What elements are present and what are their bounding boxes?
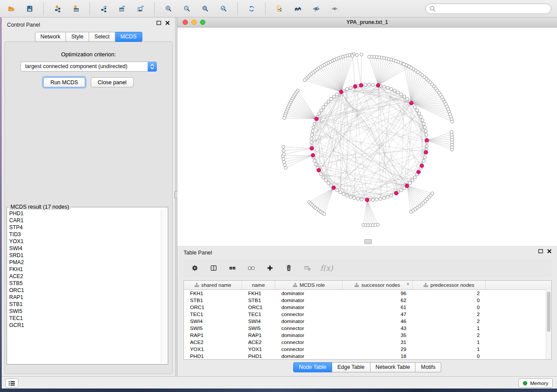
export-network-icon	[100, 3, 107, 14]
tab-style[interactable]: Style	[66, 32, 89, 42]
mcds-result-node[interactable]: STP4	[9, 224, 160, 231]
plus-icon	[266, 263, 273, 273]
search-box[interactable]	[426, 3, 551, 14]
table-row[interactable]: FKH1FKH1dominator962	[184, 290, 551, 297]
select-all-button[interactable]	[226, 262, 239, 274]
tab-network[interactable]: Network	[35, 32, 66, 42]
tab-network-table[interactable]: Network Table	[370, 362, 416, 372]
mcds-result-node[interactable]: PHD1	[9, 210, 160, 217]
tab-motifs[interactable]: Motifs	[415, 362, 441, 372]
import-table-icon	[73, 3, 80, 14]
zoom-out-icon	[183, 3, 190, 14]
float-panel-icon[interactable]	[538, 249, 543, 254]
toolbar-separator	[90, 3, 90, 15]
horizontal-splitter-grip[interactable]	[364, 239, 372, 244]
export-network-button[interactable]	[98, 3, 110, 15]
deselect-all-button[interactable]	[245, 262, 257, 274]
delete-columns-button[interactable]	[283, 262, 295, 274]
column-header-shared-name[interactable]: shared name	[184, 281, 242, 289]
memory-status-icon	[523, 381, 527, 385]
tab-mcds[interactable]: MCDS	[115, 32, 142, 42]
tab-node-table[interactable]: Node Table	[293, 362, 332, 372]
new-network-document-icon	[276, 3, 283, 14]
table-row[interactable]: PHD1PHD1dominator180	[184, 353, 551, 360]
network-canvas[interactable]	[177, 28, 557, 246]
mcds-result-node[interactable]: FKH1	[9, 266, 160, 273]
mcds-result-node[interactable]: RAP1	[9, 294, 160, 301]
fit-selected-button[interactable]	[218, 3, 230, 15]
hide-selected-button[interactable]	[310, 3, 322, 15]
save-session-button[interactable]	[24, 3, 36, 15]
column-header-MCDS-role[interactable]: MCDS role	[275, 281, 343, 289]
show-hide-columns-button[interactable]	[208, 262, 220, 274]
apply-layout-button[interactable]	[246, 3, 258, 15]
apply-function-button[interactable]: f(x)	[320, 264, 333, 272]
table-row[interactable]: TEC1TEC1connector472	[184, 311, 551, 318]
import-network-button[interactable]	[52, 3, 64, 15]
result-list-scrollbar[interactable]	[161, 210, 167, 363]
search-input[interactable]	[436, 4, 551, 13]
close-panel-icon[interactable]	[165, 21, 170, 25]
network-window-titlebar[interactable]: YPA_prune.txt_1	[177, 17, 557, 28]
column-header-predecessor-nodes[interactable]: predecessor nodes	[412, 281, 486, 289]
network-graph[interactable]	[177, 28, 557, 246]
zoom-in-icon	[165, 3, 172, 14]
task-history-button[interactable]	[5, 378, 18, 388]
table-scrollbar-thumb[interactable]	[547, 292, 550, 332]
mcds-result-node[interactable]: CAR1	[9, 217, 160, 224]
show-all-button[interactable]	[329, 3, 341, 15]
mcds-result-node[interactable]: ORC1	[9, 287, 160, 294]
mcds-result-node[interactable]: GCR1	[9, 322, 160, 329]
create-column-button[interactable]	[264, 262, 276, 274]
first-neighbors-button[interactable]	[292, 3, 304, 15]
mcds-result-node[interactable]: SWI4	[9, 245, 160, 252]
delete-table-button[interactable]	[301, 262, 314, 274]
table-row[interactable]: SWI5SWI5connector431	[184, 325, 551, 332]
mcds-result-node[interactable]: SRD1	[9, 252, 160, 259]
table-row[interactable]: SWI4SWI4dominator462	[184, 318, 551, 325]
fit-content-button[interactable]	[199, 3, 211, 15]
optimization-criterion-select[interactable]: largest connected component (undirected)	[21, 62, 157, 72]
select-stepper-icon	[148, 62, 157, 72]
column-header-successor-nodes[interactable]: successor nodes∨	[343, 281, 412, 289]
memory-button[interactable]: Memory	[519, 378, 553, 388]
mcds-result-node[interactable]: PMA2	[9, 259, 160, 266]
new-network-from-selection-button[interactable]	[273, 3, 286, 15]
mcds-result-node[interactable]: ACE2	[9, 273, 160, 280]
float-panel-icon[interactable]	[156, 21, 161, 25]
control-panel-tabs: NetworkStyleSelectMCDS	[35, 32, 142, 42]
export-image-button[interactable]	[135, 3, 147, 15]
close-panel-icon[interactable]	[547, 249, 552, 254]
mcds-result-node[interactable]: STB5	[9, 280, 160, 287]
column-header-name[interactable]: name	[242, 281, 275, 289]
optimization-criterion-value: largest connected component (undirected)	[25, 63, 128, 69]
tab-edge-table[interactable]: Edge Table	[332, 362, 370, 372]
tab-select[interactable]: Select	[89, 32, 115, 42]
mcds-result-node[interactable]: TID3	[9, 231, 160, 238]
zoom-in-button[interactable]	[163, 3, 175, 15]
table-row[interactable]: ORC1ORC1dominator610	[184, 304, 551, 311]
close-panel-button[interactable]: Close panel	[91, 77, 134, 87]
mcds-result-groupbox: MCDS result (17 nodes) PHD1CAR1STP4TID3Y…	[7, 204, 168, 364]
mcds-result-node[interactable]: SWI5	[9, 308, 160, 315]
export-table-button[interactable]	[116, 3, 128, 15]
mcds-result-node[interactable]: TEC1	[9, 315, 160, 322]
table-panel-title: Table Panel	[183, 250, 212, 256]
checked-boxes-icon	[229, 263, 236, 273]
table-row[interactable]: ACE2ACE2connector311	[184, 339, 551, 346]
mcds-result-node[interactable]: YOX1	[9, 238, 160, 245]
open-session-button[interactable]	[5, 3, 17, 15]
table-row[interactable]: RAP1RAP1dominator352	[184, 332, 551, 339]
zoom-out-button[interactable]	[181, 3, 193, 15]
delete-table-icon	[304, 263, 311, 273]
column-settings-button[interactable]	[189, 262, 201, 274]
network-window: YPA_prune.txt_1	[177, 17, 557, 246]
table-row[interactable]: STB1STB1dominator620	[184, 297, 551, 304]
import-table-button[interactable]	[70, 3, 82, 15]
mcds-result-node[interactable]: STB1	[9, 301, 160, 308]
table-row[interactable]: YOX1YOX1connector291	[184, 346, 551, 353]
run-mcds-button[interactable]: Run MCDS	[43, 77, 85, 87]
table-panel-tabs: Node TableEdge TableNetwork TableMotifs	[177, 362, 557, 372]
table-scrollbar[interactable]	[546, 289, 551, 359]
toolbar-separator	[237, 3, 238, 15]
